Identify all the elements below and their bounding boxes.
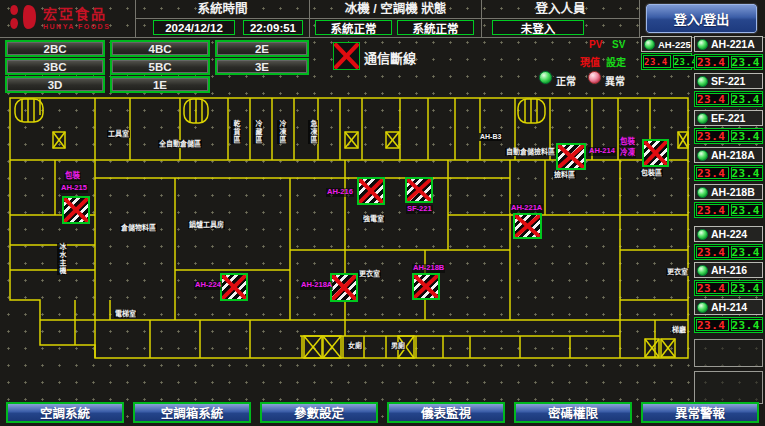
nav-alarm-button[interactable]: 異常警報 (641, 402, 759, 423)
unit-row-ah-225[interactable]: AH-225 (641, 36, 692, 52)
unit-name-label: EF-221 (711, 112, 745, 124)
room-label: 女廁 (347, 342, 363, 350)
room-label: 工具室 (107, 130, 130, 138)
room-label: 男廁 (390, 342, 406, 350)
equipment-label: AH-224 (194, 281, 222, 290)
red-x-icon (515, 215, 540, 237)
unit-lamp-icon (697, 113, 708, 124)
unit-slot-empty (694, 339, 763, 367)
unit-row-ef-221[interactable]: EF-221 (694, 110, 763, 126)
sv-value: 23.4 (731, 246, 764, 258)
unit-lamp-icon (697, 187, 708, 198)
equipment-marker-ah-217[interactable] (642, 139, 669, 167)
red-x-icon (414, 275, 438, 298)
room-label: 乾貨區 (231, 120, 241, 144)
equipment-label: 冷凍 (619, 149, 636, 158)
sv-value: 23.4 (731, 167, 764, 179)
room-label: 鍋爐工具房 (188, 221, 225, 229)
red-x-icon (558, 145, 584, 168)
unit-values-ah-214: 23.4 23.4 (694, 317, 763, 333)
unit-name-label: AH-218B (711, 186, 755, 198)
pv-value: 23.4 (696, 246, 729, 258)
pv-value: 23.4 (696, 204, 729, 216)
sv-value: 23.4 (731, 319, 764, 331)
red-x-icon (407, 179, 431, 201)
unit-row-ah-221a[interactable]: AH-221A (694, 36, 763, 52)
equipment-label: AH-218A (300, 281, 333, 290)
red-x-icon (359, 179, 383, 203)
red-x-icon (222, 275, 246, 299)
unit-lamp-icon (697, 302, 708, 313)
pv-value: 23.4 (643, 55, 671, 68)
equipment-label: 包裝 (619, 138, 636, 147)
room-label: 冷藏區 (253, 120, 263, 144)
unit-values-ef-221: 23.4 23.4 (694, 128, 763, 144)
nav-password-auth-button[interactable]: 密碼權限 (514, 402, 632, 423)
unit-row-ah-218b[interactable]: AH-218B (694, 184, 763, 200)
unit-name-label: AH-214 (711, 301, 747, 313)
unit-lamp-icon (697, 39, 708, 50)
unit-row-ah-214[interactable]: AH-214 (694, 299, 763, 315)
unit-lamp-icon (697, 229, 708, 240)
pv-value: 23.4 (696, 130, 729, 142)
red-x-icon (332, 275, 356, 300)
equipment-marker-ah-218b[interactable] (412, 273, 440, 300)
unit-values-ah-225: 23.4 23.4 (641, 53, 692, 70)
pv-value: 23.4 (696, 167, 729, 179)
room-label: 更衣室 (358, 270, 381, 278)
pv-value: 23.4 (696, 282, 729, 294)
unit-name-label: AH-225 (658, 39, 691, 50)
unit-row-sf-221[interactable]: SF-221 (694, 73, 763, 89)
room-label: 強電室 (362, 215, 385, 223)
room-label: 倉儲物料區 (120, 224, 157, 232)
unit-row-ah-218a[interactable]: AH-218A (694, 147, 763, 163)
equipment-label: AH-215 (60, 184, 88, 193)
pv-value: 23.4 (696, 93, 729, 105)
unit-values-ah-216: 23.4 23.4 (694, 280, 763, 296)
equipment-label: AH-221A (510, 204, 543, 213)
equipment-marker-ah-221a[interactable] (513, 213, 542, 239)
nav-parameter-set-button[interactable]: 參數設定 (260, 402, 378, 423)
equipment-marker-ah-215[interactable] (62, 196, 90, 224)
nav-ahu-system-button[interactable]: 空調箱系統 (133, 402, 251, 423)
room-label: 冰水主機 (57, 243, 67, 275)
unit-name-label: AH-224 (711, 228, 747, 240)
unit-lamp-icon (644, 39, 655, 50)
equipment-label: AH-214 (588, 147, 616, 156)
pv-value: 23.4 (696, 56, 729, 68)
unit-values-sf-221: 23.4 23.4 (694, 91, 763, 107)
sv-value: 23.4 (731, 93, 764, 105)
equipment-marker-ah-214[interactable] (556, 143, 586, 170)
red-x-icon (644, 141, 667, 165)
room-label: 全自動倉儲區 (158, 140, 202, 148)
equipment-marker-sf-221[interactable] (405, 177, 433, 203)
equipment-marker-ah-224[interactable] (220, 273, 248, 301)
unit-name-label: AH-216 (711, 264, 747, 276)
unit-name-label: SF-221 (711, 75, 745, 87)
room-label: 包裝區 (640, 169, 663, 177)
nav-meter-monitor-button[interactable]: 儀表監視 (387, 402, 505, 423)
room-label: 冷凍區 (277, 120, 287, 144)
equipment-label: AH-216 (326, 188, 354, 197)
sv-value: 23.4 (731, 56, 764, 68)
room-label: 梯廳 (671, 326, 687, 334)
equipment-label: SF-221 (406, 205, 433, 214)
nav-ac-system-button[interactable]: 空調系統 (6, 402, 124, 423)
unit-values-ah-218a: 23.4 23.4 (694, 165, 763, 181)
room-label: 自動倉儲撿料區 (505, 148, 556, 156)
equipment-marker-ah-218a[interactable] (330, 273, 358, 302)
unit-lamp-icon (697, 76, 708, 87)
unit-lamp-icon (697, 265, 708, 276)
equipment-marker-ah-216[interactable] (357, 177, 385, 205)
unit-name-label: AH-218A (711, 149, 755, 161)
unit-values-ah-224: 23.4 23.4 (694, 244, 763, 260)
hmi-screen: 宏亞食品 HUNYA FOODS 系統時間 2024/12/12 22:09:5… (0, 0, 765, 426)
unit-row-ah-216[interactable]: AH-216 (694, 262, 763, 278)
pv-value: 23.4 (696, 319, 729, 331)
unit-values-ah-221a: 23.4 23.4 (694, 54, 763, 70)
sv-value: 23.4 (731, 282, 764, 294)
sv-value: 23.4 (731, 204, 764, 216)
unit-row-ah-224[interactable]: AH-224 (694, 226, 763, 242)
unit-lamp-icon (697, 150, 708, 161)
red-x-icon (64, 198, 88, 222)
